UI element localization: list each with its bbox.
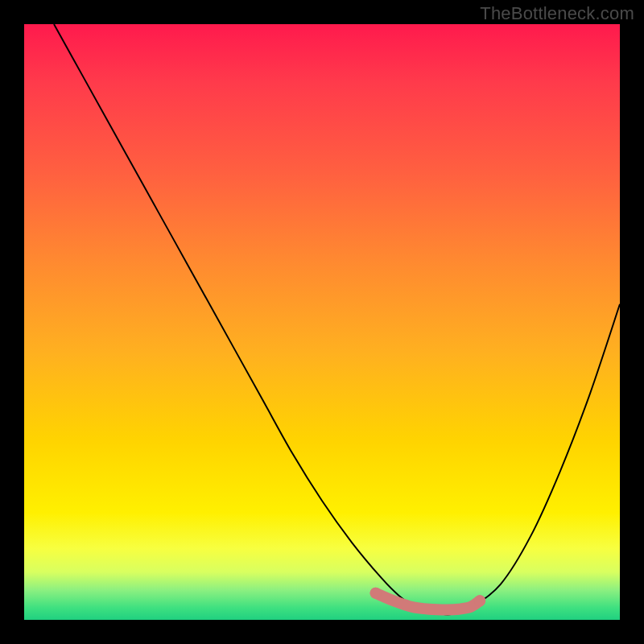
optimal-highlight (370, 588, 485, 610)
bottleneck-curve (54, 24, 620, 615)
chart-frame: TheBottleneck.com (0, 0, 644, 644)
curve-layer (24, 24, 620, 620)
svg-point-0 (370, 588, 382, 599)
svg-point-1 (474, 595, 485, 606)
watermark-label: TheBottleneck.com (480, 3, 634, 24)
